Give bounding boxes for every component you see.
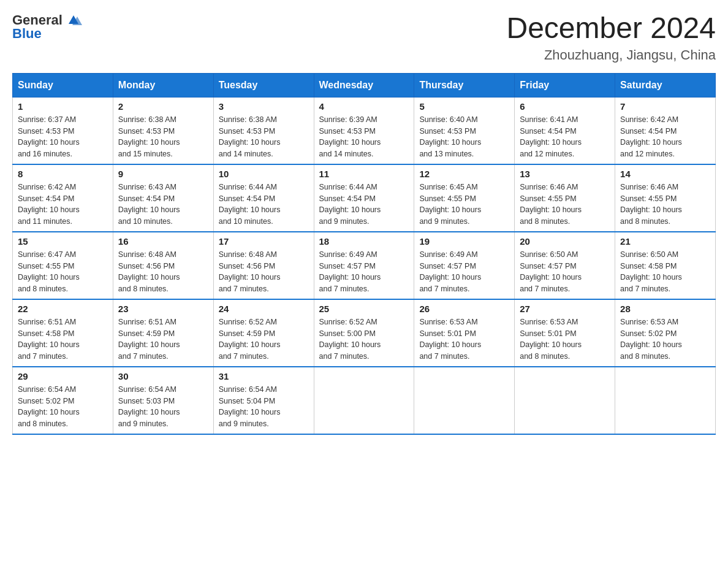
calendar-cell bbox=[314, 367, 414, 434]
day-info: Sunrise: 6:38 AM Sunset: 4:53 PM Dayligh… bbox=[219, 114, 309, 160]
day-info: Sunrise: 6:50 AM Sunset: 4:57 PM Dayligh… bbox=[520, 249, 610, 295]
day-info: Sunrise: 6:45 AM Sunset: 4:55 PM Dayligh… bbox=[419, 182, 509, 228]
day-info: Sunrise: 6:49 AM Sunset: 4:57 PM Dayligh… bbox=[319, 249, 409, 295]
calendar-cell bbox=[615, 367, 716, 434]
calendar-week-row: 15 Sunrise: 6:47 AM Sunset: 4:55 PM Dayl… bbox=[13, 232, 716, 299]
day-info: Sunrise: 6:48 AM Sunset: 4:56 PM Dayligh… bbox=[118, 249, 208, 295]
day-info: Sunrise: 6:43 AM Sunset: 4:54 PM Dayligh… bbox=[118, 182, 208, 228]
calendar-table: SundayMondayTuesdayWednesdayThursdayFrid… bbox=[12, 73, 716, 435]
day-number: 28 bbox=[620, 304, 710, 314]
calendar-cell: 18 Sunrise: 6:49 AM Sunset: 4:57 PM Dayl… bbox=[314, 232, 414, 299]
day-number: 23 bbox=[118, 304, 208, 314]
calendar-cell: 16 Sunrise: 6:48 AM Sunset: 4:56 PM Dayl… bbox=[113, 232, 213, 299]
calendar-cell bbox=[515, 367, 615, 434]
day-info: Sunrise: 6:53 AM Sunset: 5:01 PM Dayligh… bbox=[419, 316, 509, 362]
location-text: Zhouzhuang, Jiangsu, China bbox=[506, 47, 716, 63]
calendar-cell: 25 Sunrise: 6:52 AM Sunset: 5:00 PM Dayl… bbox=[314, 299, 414, 367]
day-info: Sunrise: 6:37 AM Sunset: 4:53 PM Dayligh… bbox=[18, 114, 108, 160]
day-info: Sunrise: 6:47 AM Sunset: 4:55 PM Dayligh… bbox=[18, 249, 108, 295]
day-number: 15 bbox=[18, 236, 108, 247]
day-number: 19 bbox=[419, 236, 509, 247]
day-info: Sunrise: 6:41 AM Sunset: 4:54 PM Dayligh… bbox=[520, 114, 610, 160]
day-info: Sunrise: 6:52 AM Sunset: 4:59 PM Dayligh… bbox=[219, 316, 309, 362]
day-info: Sunrise: 6:50 AM Sunset: 4:58 PM Dayligh… bbox=[620, 249, 710, 295]
calendar-cell: 6 Sunrise: 6:41 AM Sunset: 4:54 PM Dayli… bbox=[515, 97, 615, 164]
calendar-cell: 9 Sunrise: 6:43 AM Sunset: 4:54 PM Dayli… bbox=[113, 164, 213, 232]
day-info: Sunrise: 6:42 AM Sunset: 4:54 PM Dayligh… bbox=[620, 114, 710, 160]
day-number: 9 bbox=[118, 169, 208, 179]
day-info: Sunrise: 6:49 AM Sunset: 4:57 PM Dayligh… bbox=[419, 249, 509, 295]
page-header: General Blue December 2024 Zhouzhuang, J… bbox=[12, 12, 716, 63]
day-info: Sunrise: 6:54 AM Sunset: 5:03 PM Dayligh… bbox=[118, 384, 208, 430]
calendar-cell: 2 Sunrise: 6:38 AM Sunset: 4:53 PM Dayli… bbox=[113, 97, 213, 164]
day-info: Sunrise: 6:44 AM Sunset: 4:54 PM Dayligh… bbox=[319, 182, 409, 228]
day-info: Sunrise: 6:46 AM Sunset: 4:55 PM Dayligh… bbox=[520, 182, 610, 228]
day-info: Sunrise: 6:51 AM Sunset: 4:58 PM Dayligh… bbox=[18, 316, 108, 362]
title-block: December 2024 Zhouzhuang, Jiangsu, China bbox=[506, 12, 716, 63]
weekday-header-sunday: Sunday bbox=[13, 73, 113, 97]
calendar-cell: 27 Sunrise: 6:53 AM Sunset: 5:01 PM Dayl… bbox=[515, 299, 615, 367]
day-number: 26 bbox=[419, 304, 509, 314]
weekday-header-wednesday: Wednesday bbox=[314, 73, 414, 97]
day-info: Sunrise: 6:46 AM Sunset: 4:55 PM Dayligh… bbox=[620, 182, 710, 228]
day-info: Sunrise: 6:53 AM Sunset: 5:02 PM Dayligh… bbox=[620, 316, 710, 362]
day-number: 14 bbox=[620, 169, 710, 179]
calendar-cell: 3 Sunrise: 6:38 AM Sunset: 4:53 PM Dayli… bbox=[213, 97, 314, 164]
day-number: 5 bbox=[419, 101, 509, 112]
day-info: Sunrise: 6:53 AM Sunset: 5:01 PM Dayligh… bbox=[520, 316, 610, 362]
day-info: Sunrise: 6:54 AM Sunset: 5:04 PM Dayligh… bbox=[219, 384, 309, 430]
calendar-cell: 14 Sunrise: 6:46 AM Sunset: 4:55 PM Dayl… bbox=[615, 164, 716, 232]
month-title: December 2024 bbox=[506, 12, 716, 45]
calendar-cell: 31 Sunrise: 6:54 AM Sunset: 5:04 PM Dayl… bbox=[213, 367, 314, 434]
day-number: 7 bbox=[620, 101, 710, 112]
day-info: Sunrise: 6:44 AM Sunset: 4:54 PM Dayligh… bbox=[219, 182, 309, 228]
calendar-cell: 8 Sunrise: 6:42 AM Sunset: 4:54 PM Dayli… bbox=[13, 164, 113, 232]
day-info: Sunrise: 6:54 AM Sunset: 5:02 PM Dayligh… bbox=[18, 384, 108, 430]
day-number: 29 bbox=[18, 371, 108, 381]
day-number: 6 bbox=[520, 101, 610, 112]
calendar-cell: 7 Sunrise: 6:42 AM Sunset: 4:54 PM Dayli… bbox=[615, 97, 716, 164]
day-number: 30 bbox=[118, 371, 208, 381]
calendar-week-row: 1 Sunrise: 6:37 AM Sunset: 4:53 PM Dayli… bbox=[13, 97, 716, 164]
calendar-cell: 15 Sunrise: 6:47 AM Sunset: 4:55 PM Dayl… bbox=[13, 232, 113, 299]
calendar-cell: 11 Sunrise: 6:44 AM Sunset: 4:54 PM Dayl… bbox=[314, 164, 414, 232]
day-number: 2 bbox=[118, 101, 208, 112]
weekday-header-tuesday: Tuesday bbox=[213, 73, 314, 97]
day-number: 24 bbox=[219, 304, 309, 314]
calendar-cell: 5 Sunrise: 6:40 AM Sunset: 4:53 PM Dayli… bbox=[414, 97, 515, 164]
day-number: 22 bbox=[18, 304, 108, 314]
day-number: 3 bbox=[219, 101, 309, 112]
calendar-cell: 28 Sunrise: 6:53 AM Sunset: 5:02 PM Dayl… bbox=[615, 299, 716, 367]
day-number: 31 bbox=[219, 371, 309, 381]
weekday-header-thursday: Thursday bbox=[414, 73, 515, 97]
calendar-cell: 29 Sunrise: 6:54 AM Sunset: 5:02 PM Dayl… bbox=[13, 367, 113, 434]
calendar-cell: 13 Sunrise: 6:46 AM Sunset: 4:55 PM Dayl… bbox=[515, 164, 615, 232]
day-number: 18 bbox=[319, 236, 409, 247]
day-number: 8 bbox=[18, 169, 108, 179]
day-info: Sunrise: 6:52 AM Sunset: 5:00 PM Dayligh… bbox=[319, 316, 409, 362]
weekday-header-saturday: Saturday bbox=[615, 73, 716, 97]
calendar-cell: 30 Sunrise: 6:54 AM Sunset: 5:03 PM Dayl… bbox=[113, 367, 213, 434]
calendar-cell: 12 Sunrise: 6:45 AM Sunset: 4:55 PM Dayl… bbox=[414, 164, 515, 232]
calendar-cell: 26 Sunrise: 6:53 AM Sunset: 5:01 PM Dayl… bbox=[414, 299, 515, 367]
calendar-week-row: 8 Sunrise: 6:42 AM Sunset: 4:54 PM Dayli… bbox=[13, 164, 716, 232]
day-number: 25 bbox=[319, 304, 409, 314]
logo: General Blue bbox=[12, 12, 82, 42]
calendar-week-row: 22 Sunrise: 6:51 AM Sunset: 4:58 PM Dayl… bbox=[13, 299, 716, 367]
day-number: 13 bbox=[520, 169, 610, 179]
calendar-cell: 23 Sunrise: 6:51 AM Sunset: 4:59 PM Dayl… bbox=[113, 299, 213, 367]
day-info: Sunrise: 6:38 AM Sunset: 4:53 PM Dayligh… bbox=[118, 114, 208, 160]
weekday-header-monday: Monday bbox=[113, 73, 213, 97]
calendar-cell: 24 Sunrise: 6:52 AM Sunset: 4:59 PM Dayl… bbox=[213, 299, 314, 367]
calendar-cell: 17 Sunrise: 6:48 AM Sunset: 4:56 PM Dayl… bbox=[213, 232, 314, 299]
day-number: 4 bbox=[319, 101, 409, 112]
calendar-cell: 21 Sunrise: 6:50 AM Sunset: 4:58 PM Dayl… bbox=[615, 232, 716, 299]
day-info: Sunrise: 6:51 AM Sunset: 4:59 PM Dayligh… bbox=[118, 316, 208, 362]
calendar-cell: 22 Sunrise: 6:51 AM Sunset: 4:58 PM Dayl… bbox=[13, 299, 113, 367]
calendar-week-row: 29 Sunrise: 6:54 AM Sunset: 5:02 PM Dayl… bbox=[13, 367, 716, 434]
calendar-cell: 4 Sunrise: 6:39 AM Sunset: 4:53 PM Dayli… bbox=[314, 97, 414, 164]
day-number: 10 bbox=[219, 169, 309, 179]
day-info: Sunrise: 6:42 AM Sunset: 4:54 PM Dayligh… bbox=[18, 182, 108, 228]
day-number: 17 bbox=[219, 236, 309, 247]
day-number: 20 bbox=[520, 236, 610, 247]
